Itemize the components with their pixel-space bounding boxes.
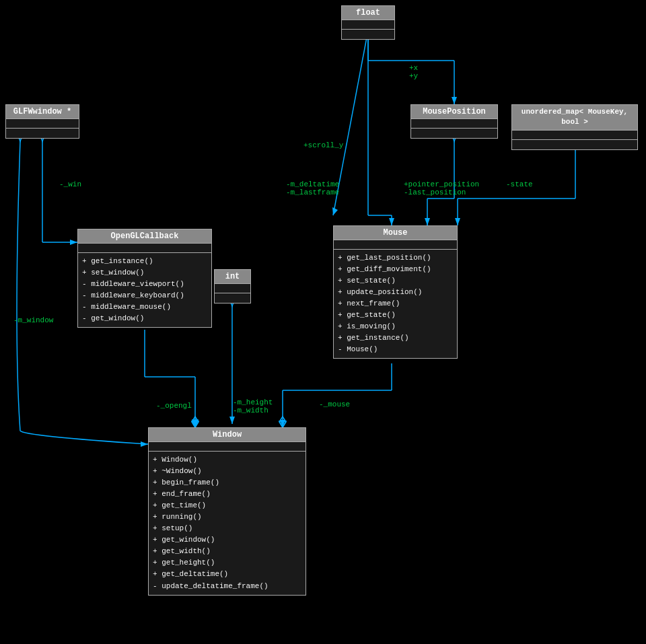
- openglcallback-section-1: [78, 244, 211, 253]
- unordered-map-section-1: [512, 131, 637, 140]
- mouseposition-section-1: [411, 119, 497, 129]
- svg-marker-8: [389, 218, 394, 225]
- glfwwindow-section-2: [6, 129, 79, 138]
- glfwwindow-header: GLFWwindow *: [6, 105, 79, 119]
- mouse-section-1: [334, 240, 457, 250]
- openglcallback-body: + get_instance() + set_window() - middle…: [78, 253, 211, 327]
- svg-marker-13: [70, 240, 77, 245]
- label-xy: +x+y: [409, 64, 418, 80]
- float-header: float: [342, 6, 394, 20]
- float-section-2: [342, 30, 394, 39]
- svg-marker-25: [455, 218, 460, 225]
- unordered-map-header: unordered_map< MouseKey, bool >: [512, 105, 637, 131]
- label-win: -_win: [59, 180, 81, 188]
- mouse-header: Mouse: [334, 226, 457, 240]
- label-opengl: -_opengl: [156, 402, 192, 410]
- mouseposition-section-2: [411, 129, 497, 138]
- label-state: -state: [506, 180, 533, 188]
- mouse-box: Mouse + get_last_position() + get_diff_m…: [333, 225, 458, 359]
- svg-marker-3: [452, 97, 457, 104]
- label-m-window: -m_window: [13, 316, 53, 324]
- openglcallback-header: OpenGLCallback: [78, 229, 211, 244]
- int-header: int: [215, 270, 250, 284]
- label-mouse: -_mouse: [319, 400, 350, 408]
- diagram-container: float GLFWwindow * MousePosition unorder…: [0, 0, 646, 644]
- glfwwindow-section-1: [6, 119, 79, 129]
- label-m-deltatime: -m_deltatime-m_lastframe: [286, 180, 339, 196]
- int-section-2: [215, 293, 250, 303]
- mouse-body: + get_last_position() + get_diff_movimen…: [334, 250, 457, 358]
- mouseposition-header: MousePosition: [411, 105, 497, 119]
- label-pointer-position: +pointer_position-last_position: [404, 180, 479, 196]
- label-scroll-y: +scroll_y: [303, 141, 343, 149]
- float-section-1: [342, 20, 394, 30]
- openglcallback-box: OpenGLCallback + get_instance() + set_wi…: [77, 229, 212, 328]
- svg-marker-36: [192, 417, 199, 427]
- window-body: + Window() + ~Window() + begin_frame() +…: [149, 452, 306, 595]
- svg-marker-40: [280, 420, 285, 427]
- svg-marker-33: [192, 420, 198, 427]
- svg-marker-20: [425, 218, 430, 225]
- svg-marker-34: [192, 420, 198, 427]
- label-m-height-width: -m_height-m_width: [233, 398, 273, 415]
- window-section-1: [149, 442, 306, 452]
- svg-marker-41: [279, 421, 286, 427]
- unordered-map-box: unordered_map< MouseKey, bool >: [511, 104, 638, 150]
- mouseposition-box: MousePosition: [410, 104, 498, 139]
- svg-marker-28: [229, 417, 235, 424]
- svg-marker-15: [141, 441, 148, 447]
- window-header: Window: [149, 428, 306, 442]
- unordered-map-section-2: [512, 140, 637, 149]
- window-box: Window + Window() + ~Window() + begin_fr…: [148, 427, 306, 596]
- glfwwindow-box: GLFWwindow *: [5, 104, 79, 139]
- svg-marker-35: [192, 421, 199, 427]
- svg-marker-10: [332, 207, 338, 215]
- int-section-1: [215, 284, 250, 293]
- int-box: int: [214, 269, 251, 303]
- svg-marker-42: [279, 417, 286, 427]
- float-box: float: [341, 5, 395, 40]
